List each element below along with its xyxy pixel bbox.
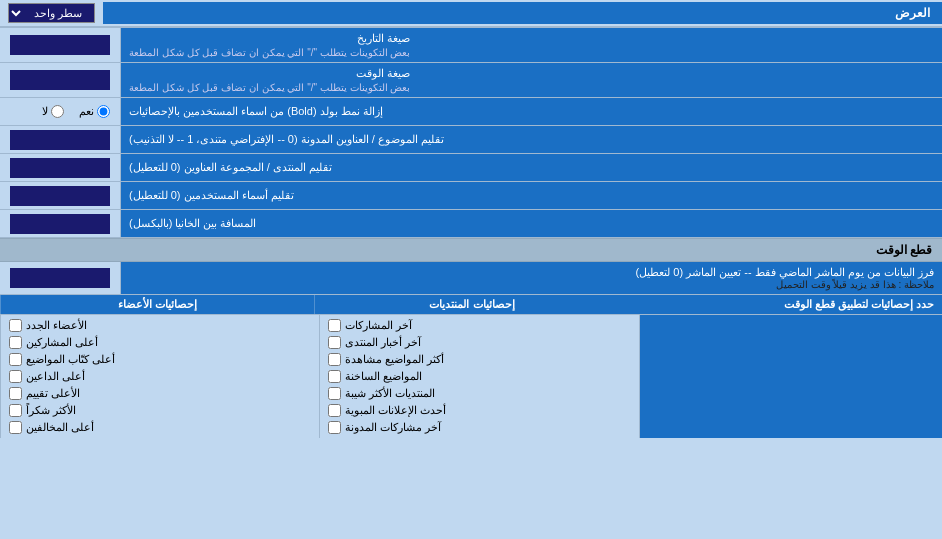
username-limit-input[interactable]: 0 (10, 186, 110, 206)
bold-remove-options: نعم لا (0, 98, 120, 125)
cb-forum-7[interactable] (328, 421, 341, 434)
list-item: آخر المشاركات (328, 317, 630, 334)
freeze-data-row: فرز البيانات من يوم الماشر الماضي فقط --… (0, 262, 942, 295)
freeze-data-label: فرز البيانات من يوم الماشر الماضي فقط --… (120, 262, 942, 294)
bold-yes-label[interactable]: نعم (79, 105, 110, 118)
list-item: أكثر المواضيع مشاهدة (328, 351, 630, 368)
gap-label: المسافة بين الخانيا (بالبكسل) (120, 210, 942, 237)
time-format-input-area: H:i (0, 63, 120, 97)
bold-yes-radio[interactable] (97, 105, 110, 118)
username-limit-input-area: 0 (0, 182, 120, 209)
cb-forum-5[interactable] (328, 387, 341, 400)
freeze-section-header: قطع الوقت (0, 238, 942, 262)
time-format-input[interactable]: H:i (10, 70, 110, 90)
topic-limit-row: تقليم الموضوع / العناوين المدونة (0 -- ا… (0, 126, 942, 154)
bold-remove-row: إزالة نمط بولد (Bold) من اسماء المستخدمي… (0, 98, 942, 126)
bold-remove-label: إزالة نمط بولد (Bold) من اسماء المستخدمي… (120, 98, 942, 125)
list-item: أحدث الإعلانات المبوية (328, 402, 630, 419)
display-select-area: سطر واحد (0, 0, 103, 26)
topic-limit-input-area: 33 (0, 126, 120, 153)
username-limit-label: تقليم أسماء المستخدمين (0 للتعطيل) (120, 182, 942, 209)
list-item: المنتديات الأكثر شيبة (328, 385, 630, 402)
bold-no-radio[interactable] (51, 105, 64, 118)
list-item: الأعلى تقييم (9, 385, 311, 402)
date-format-input[interactable]: d-m (10, 35, 110, 55)
cb-forum-1[interactable] (328, 319, 341, 332)
username-limit-row: تقليم أسماء المستخدمين (0 للتعطيل) 0 (0, 182, 942, 210)
cb-forum-4[interactable] (328, 370, 341, 383)
list-item: الأعضاء الجدد (9, 317, 311, 334)
cb-member-2[interactable] (9, 336, 22, 349)
main-container: العرض سطر واحد صيغة التاريخ بعض التكوينا… (0, 0, 942, 438)
gap-input-area: 2 (0, 210, 120, 237)
list-item: أعلى المشاركين (9, 334, 311, 351)
list-item: أعلى الداعين (9, 368, 311, 385)
list-item: آخر أخبار المنتدى (328, 334, 630, 351)
header-row: العرض سطر واحد (0, 0, 942, 28)
date-format-input-area: d-m (0, 28, 120, 62)
date-format-label: صيغة التاريخ بعض التكوينات يتطلب "/" الت… (120, 28, 942, 62)
cb-member-5[interactable] (9, 387, 22, 400)
freeze-data-input[interactable]: 0 (10, 268, 110, 288)
cb-forum-6[interactable] (328, 404, 341, 417)
checkboxes-body: آخر المشاركات آخر أخبار المنتدى أكثر الم… (0, 315, 942, 438)
time-format-label: صيغة الوقت بعض التكوينات يتطلب "/" التي … (120, 63, 942, 97)
forum-limit-input-area: 33 (0, 154, 120, 181)
topic-limit-label: تقليم الموضوع / العناوين المدونة (0 -- ا… (120, 126, 942, 153)
display-select[interactable]: سطر واحد (8, 3, 95, 23)
cb-member-1[interactable] (9, 319, 22, 332)
cb-forum-3[interactable] (328, 353, 341, 366)
cb-member-7[interactable] (9, 421, 22, 434)
member-stats-col: الأعضاء الجدد أعلى المشاركين أعلى كتّاب … (0, 315, 319, 438)
list-item: أعلى كتّاب المواضيع (9, 351, 311, 368)
list-item: المواضيع الساخنة (328, 368, 630, 385)
forum-limit-label: تقليم المنتدى / المجموعة العناوين (0 للت… (120, 154, 942, 181)
cb-forum-2[interactable] (328, 336, 341, 349)
checkboxes-section-header: حدد إحصائيات لتطبيق قطع الوقت إحصائيات ا… (0, 295, 942, 315)
freeze-data-input-area: 0 (0, 262, 120, 294)
display-label: العرض (103, 2, 942, 24)
checkboxes-main-header: حدد إحصائيات لتطبيق قطع الوقت (629, 295, 942, 314)
topic-limit-input[interactable]: 33 (10, 130, 110, 150)
cb-member-3[interactable] (9, 353, 22, 366)
cb-member-4[interactable] (9, 370, 22, 383)
forum-stats-col: آخر المشاركات آخر أخبار المنتدى أكثر الم… (319, 315, 638, 438)
forum-limit-input[interactable]: 33 (10, 158, 110, 178)
cb-member-6[interactable] (9, 404, 22, 417)
gap-row: المسافة بين الخانيا (بالبكسل) 2 (0, 210, 942, 238)
blank-left-col (639, 315, 942, 438)
list-item: آخر مشاركات المدونة (328, 419, 630, 436)
date-format-row: صيغة التاريخ بعض التكوينات يتطلب "/" الت… (0, 28, 942, 63)
col2-header: إحصائيات المنتديات (314, 295, 628, 314)
list-item: أعلى المخالفين (9, 419, 311, 436)
forum-limit-row: تقليم المنتدى / المجموعة العناوين (0 للت… (0, 154, 942, 182)
bold-no-label[interactable]: لا (42, 105, 64, 118)
time-format-row: صيغة الوقت بعض التكوينات يتطلب "/" التي … (0, 63, 942, 98)
list-item: الأكثر شكراً (9, 402, 311, 419)
gap-input[interactable]: 2 (10, 214, 110, 234)
col3-header: إحصائيات الأعضاء (0, 295, 314, 314)
